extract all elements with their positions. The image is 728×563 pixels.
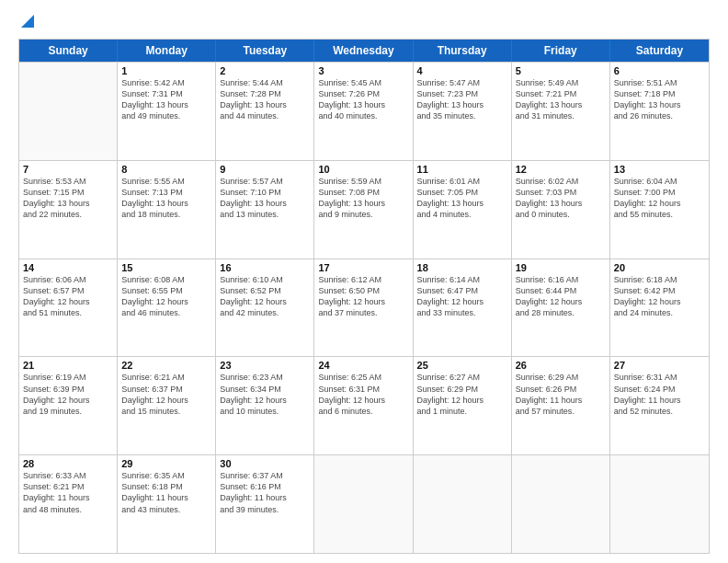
- day-number: 27: [614, 360, 705, 371]
- day-info: Sunrise: 6:16 AM Sunset: 6:44 PM Dayligh…: [516, 274, 606, 319]
- day-number: 1: [121, 65, 211, 76]
- day-number: 25: [417, 360, 507, 371]
- header-day-monday: Monday: [118, 40, 216, 62]
- day-info: Sunrise: 5:47 AM Sunset: 7:23 PM Dayligh…: [417, 77, 507, 122]
- day-number: 10: [318, 164, 408, 175]
- calendar-week-5: 28Sunrise: 6:33 AM Sunset: 6:21 PM Dayli…: [19, 454, 709, 553]
- calendar-day-30: 30Sunrise: 6:37 AM Sunset: 6:16 PM Dayli…: [216, 455, 314, 553]
- calendar-day-11: 11Sunrise: 6:01 AM Sunset: 7:05 PM Dayli…: [414, 161, 512, 259]
- page: SundayMondayTuesdayWednesdayThursdayFrid…: [0, 0, 728, 563]
- calendar-day-10: 10Sunrise: 5:59 AM Sunset: 7:08 PM Dayli…: [314, 161, 413, 259]
- day-info: Sunrise: 6:18 AM Sunset: 6:42 PM Dayligh…: [614, 274, 705, 319]
- calendar-day-23: 23Sunrise: 6:23 AM Sunset: 6:34 PM Dayli…: [216, 357, 314, 454]
- day-number: 14: [23, 262, 113, 273]
- calendar-day-18: 18Sunrise: 6:14 AM Sunset: 6:47 PM Dayli…: [414, 259, 512, 357]
- day-number: 5: [516, 65, 606, 76]
- day-info: Sunrise: 6:08 AM Sunset: 6:55 PM Dayligh…: [121, 274, 211, 319]
- day-info: Sunrise: 6:21 AM Sunset: 6:37 PM Dayligh…: [121, 372, 211, 417]
- calendar-day-6: 6Sunrise: 5:51 AM Sunset: 7:18 PM Daylig…: [610, 63, 709, 160]
- day-info: Sunrise: 6:04 AM Sunset: 7:00 PM Dayligh…: [614, 176, 705, 221]
- calendar-day-19: 19Sunrise: 6:16 AM Sunset: 6:44 PM Dayli…: [512, 259, 610, 357]
- calendar-day-5: 5Sunrise: 5:49 AM Sunset: 7:21 PM Daylig…: [512, 63, 610, 160]
- calendar-day-17: 17Sunrise: 6:12 AM Sunset: 6:50 PM Dayli…: [314, 259, 413, 357]
- day-info: Sunrise: 6:29 AM Sunset: 6:26 PM Dayligh…: [516, 372, 606, 417]
- calendar-week-4: 21Sunrise: 6:19 AM Sunset: 6:39 PM Dayli…: [19, 356, 709, 454]
- day-number: 18: [417, 262, 507, 273]
- day-number: 20: [614, 262, 705, 273]
- day-number: 3: [318, 65, 408, 76]
- day-number: 6: [614, 65, 705, 76]
- calendar-empty-cell: [414, 455, 512, 553]
- day-info: Sunrise: 6:35 AM Sunset: 6:18 PM Dayligh…: [121, 470, 211, 515]
- calendar-day-29: 29Sunrise: 6:35 AM Sunset: 6:18 PM Dayli…: [118, 455, 216, 553]
- calendar-week-1: 1Sunrise: 5:42 AM Sunset: 7:31 PM Daylig…: [19, 62, 709, 160]
- calendar: SundayMondayTuesdayWednesdayThursdayFrid…: [18, 39, 710, 554]
- day-number: 16: [220, 262, 310, 273]
- day-info: Sunrise: 6:25 AM Sunset: 6:31 PM Dayligh…: [318, 372, 408, 417]
- calendar-day-21: 21Sunrise: 6:19 AM Sunset: 6:39 PM Dayli…: [19, 357, 118, 454]
- day-number: 13: [614, 164, 705, 175]
- logo: [18, 17, 34, 29]
- day-number: 26: [516, 360, 606, 371]
- header-day-wednesday: Wednesday: [314, 40, 413, 62]
- day-number: 28: [23, 458, 113, 469]
- header-day-saturday: Saturday: [610, 40, 709, 62]
- calendar-day-4: 4Sunrise: 5:47 AM Sunset: 7:23 PM Daylig…: [414, 63, 512, 160]
- day-info: Sunrise: 5:51 AM Sunset: 7:18 PM Dayligh…: [614, 77, 705, 122]
- calendar-day-25: 25Sunrise: 6:27 AM Sunset: 6:29 PM Dayli…: [414, 357, 512, 454]
- day-info: Sunrise: 6:10 AM Sunset: 6:52 PM Dayligh…: [220, 274, 310, 319]
- day-info: Sunrise: 6:01 AM Sunset: 7:05 PM Dayligh…: [417, 176, 507, 221]
- day-info: Sunrise: 6:23 AM Sunset: 6:34 PM Dayligh…: [220, 372, 310, 417]
- day-number: 2: [220, 65, 310, 76]
- calendar-day-24: 24Sunrise: 6:25 AM Sunset: 6:31 PM Dayli…: [314, 357, 413, 454]
- calendar-day-15: 15Sunrise: 6:08 AM Sunset: 6:55 PM Dayli…: [118, 259, 216, 357]
- calendar-empty-cell: [19, 63, 118, 160]
- day-info: Sunrise: 6:02 AM Sunset: 7:03 PM Dayligh…: [516, 176, 606, 221]
- day-info: Sunrise: 5:59 AM Sunset: 7:08 PM Dayligh…: [318, 176, 408, 221]
- calendar-day-26: 26Sunrise: 6:29 AM Sunset: 6:26 PM Dayli…: [512, 357, 610, 454]
- day-info: Sunrise: 6:27 AM Sunset: 6:29 PM Dayligh…: [417, 372, 507, 417]
- calendar-week-3: 14Sunrise: 6:06 AM Sunset: 6:57 PM Dayli…: [19, 259, 709, 357]
- day-number: 29: [121, 458, 211, 469]
- calendar-day-28: 28Sunrise: 6:33 AM Sunset: 6:21 PM Dayli…: [19, 455, 118, 553]
- day-info: Sunrise: 6:37 AM Sunset: 6:16 PM Dayligh…: [220, 470, 310, 515]
- calendar-day-27: 27Sunrise: 6:31 AM Sunset: 6:24 PM Dayli…: [610, 357, 709, 454]
- calendar-empty-cell: [314, 455, 413, 553]
- day-number: 11: [417, 164, 507, 175]
- day-number: 22: [121, 360, 211, 371]
- day-info: Sunrise: 5:55 AM Sunset: 7:13 PM Dayligh…: [121, 176, 211, 221]
- logo-triangle-icon: [21, 15, 34, 28]
- day-number: 24: [318, 360, 408, 371]
- day-info: Sunrise: 6:19 AM Sunset: 6:39 PM Dayligh…: [23, 372, 113, 417]
- header-day-friday: Friday: [512, 40, 610, 62]
- day-number: 19: [516, 262, 606, 273]
- day-info: Sunrise: 6:12 AM Sunset: 6:50 PM Dayligh…: [318, 274, 408, 319]
- calendar-empty-cell: [610, 455, 709, 553]
- day-number: 30: [220, 458, 310, 469]
- calendar-day-9: 9Sunrise: 5:57 AM Sunset: 7:10 PM Daylig…: [216, 161, 314, 259]
- calendar-day-1: 1Sunrise: 5:42 AM Sunset: 7:31 PM Daylig…: [118, 63, 216, 160]
- day-info: Sunrise: 5:42 AM Sunset: 7:31 PM Dayligh…: [121, 77, 211, 122]
- day-info: Sunrise: 5:53 AM Sunset: 7:15 PM Dayligh…: [23, 176, 113, 221]
- calendar-day-20: 20Sunrise: 6:18 AM Sunset: 6:42 PM Dayli…: [610, 259, 709, 357]
- day-info: Sunrise: 6:14 AM Sunset: 6:47 PM Dayligh…: [417, 274, 507, 319]
- day-info: Sunrise: 5:45 AM Sunset: 7:26 PM Dayligh…: [318, 77, 408, 122]
- calendar-day-14: 14Sunrise: 6:06 AM Sunset: 6:57 PM Dayli…: [19, 259, 118, 357]
- calendar-day-3: 3Sunrise: 5:45 AM Sunset: 7:26 PM Daylig…: [314, 63, 413, 160]
- calendar-week-2: 7Sunrise: 5:53 AM Sunset: 7:15 PM Daylig…: [19, 160, 709, 259]
- header-day-sunday: Sunday: [19, 40, 118, 62]
- day-number: 8: [121, 164, 211, 175]
- header: [18, 17, 710, 29]
- day-number: 21: [23, 360, 113, 371]
- day-info: Sunrise: 5:57 AM Sunset: 7:10 PM Dayligh…: [220, 176, 310, 221]
- day-number: 12: [516, 164, 606, 175]
- day-info: Sunrise: 6:31 AM Sunset: 6:24 PM Dayligh…: [614, 372, 705, 417]
- header-day-tuesday: Tuesday: [216, 40, 314, 62]
- calendar-day-8: 8Sunrise: 5:55 AM Sunset: 7:13 PM Daylig…: [118, 161, 216, 259]
- day-number: 17: [318, 262, 408, 273]
- calendar-day-13: 13Sunrise: 6:04 AM Sunset: 7:00 PM Dayli…: [610, 161, 709, 259]
- day-info: Sunrise: 6:06 AM Sunset: 6:57 PM Dayligh…: [23, 274, 113, 319]
- calendar-day-12: 12Sunrise: 6:02 AM Sunset: 7:03 PM Dayli…: [512, 161, 610, 259]
- day-number: 15: [121, 262, 211, 273]
- calendar-day-2: 2Sunrise: 5:44 AM Sunset: 7:28 PM Daylig…: [216, 63, 314, 160]
